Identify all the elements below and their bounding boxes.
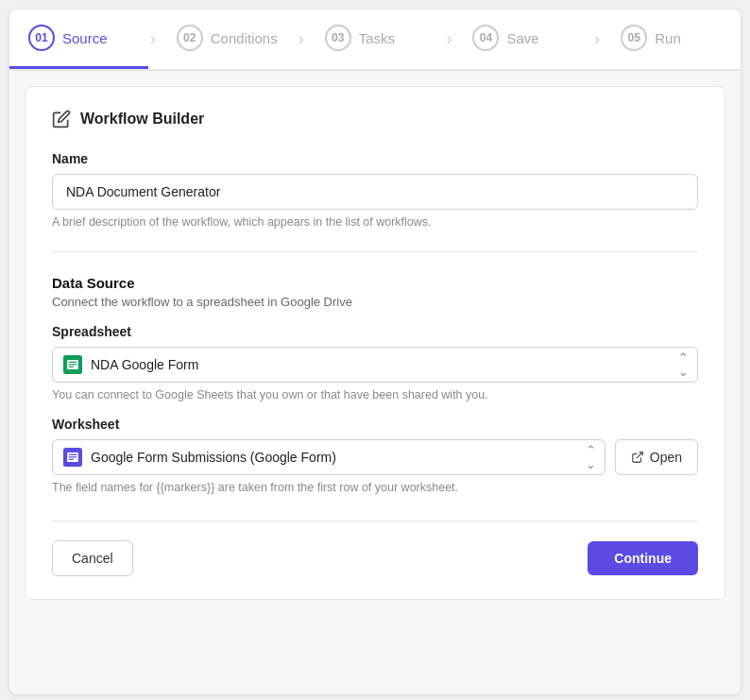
step-label-tasks: Tasks [359,30,395,46]
worksheet-hint: The field names for {{markers}} are take… [52,481,698,494]
step-circle-05: 05 [621,25,647,51]
app-container: 01 Source › 02 Conditions › 03 Tasks › 0… [9,9,741,694]
open-button[interactable]: Open [615,439,698,475]
worksheet-row: Google Form Submissions (Google Form) ⌃⌄… [52,439,698,475]
card-footer: Cancel Continue [52,521,698,576]
divider-3: › [444,29,453,49]
worksheet-select-wrapper: Google Form Submissions (Google Form) ⌃⌄ [52,439,605,475]
spreadsheet-select[interactable]: NDA Google Form [52,347,698,383]
step-tasks[interactable]: 03 Tasks [306,9,445,69]
datasource-subheading: Connect the workflow to a spreadsheet in… [52,295,698,309]
step-circle-04: 04 [472,25,499,51]
step-circle-03: 03 [325,25,351,51]
name-hint: A brief description of the workflow, whi… [52,215,698,229]
open-button-label: Open [650,450,682,465]
divider-4: › [592,29,602,49]
step-source[interactable]: 01 Source [9,9,148,69]
data-source-section: Data Source Connect the workflow to a sp… [52,275,698,494]
stepper: 01 Source › 02 Conditions › 03 Tasks › 0… [9,9,741,71]
workflow-builder-card: Workflow Builder Name A brief descriptio… [25,86,725,600]
divider-1: › [148,29,158,49]
edit-icon [52,110,71,128]
spreadsheet-hint: You can connect to Google Sheets that yo… [52,388,698,401]
datasource-heading: Data Source [52,275,698,291]
continue-button[interactable]: Continue [588,541,698,575]
spreadsheet-select-wrapper: NDA Google Form ⌃⌄ [52,347,698,383]
svg-line-10 [637,452,642,458]
section-divider-1 [52,251,698,252]
content-area: Workflow Builder Name A brief descriptio… [9,71,741,694]
step-circle-01: 01 [28,25,55,51]
step-label-run: Run [655,30,681,46]
step-conditions[interactable]: 02 Conditions [158,9,297,69]
cancel-button[interactable]: Cancel [52,540,133,576]
worksheet-label: Worksheet [52,417,698,432]
card-title: Workflow Builder [80,111,204,128]
name-input[interactable] [52,174,698,210]
step-save[interactable]: 04 Save [453,9,592,69]
step-label-conditions: Conditions [211,30,278,46]
step-label-source: Source [62,30,108,46]
worksheet-field-group: Worksheet Googl [52,417,698,494]
worksheet-select[interactable]: Google Form Submissions (Google Form) [52,439,605,475]
divider-2: › [297,29,306,49]
name-label: Name [52,151,698,166]
spreadsheet-label: Spreadsheet [52,324,698,339]
name-field-group: Name A brief description of the workflow… [52,151,698,229]
step-run[interactable]: 05 Run [602,9,741,69]
step-circle-02: 02 [177,25,203,51]
external-link-icon [631,451,644,464]
spreadsheet-field-group: Spreadsheet NDA Google Form [52,324,698,401]
step-label-save: Save [506,30,538,46]
card-header: Workflow Builder [52,110,698,128]
